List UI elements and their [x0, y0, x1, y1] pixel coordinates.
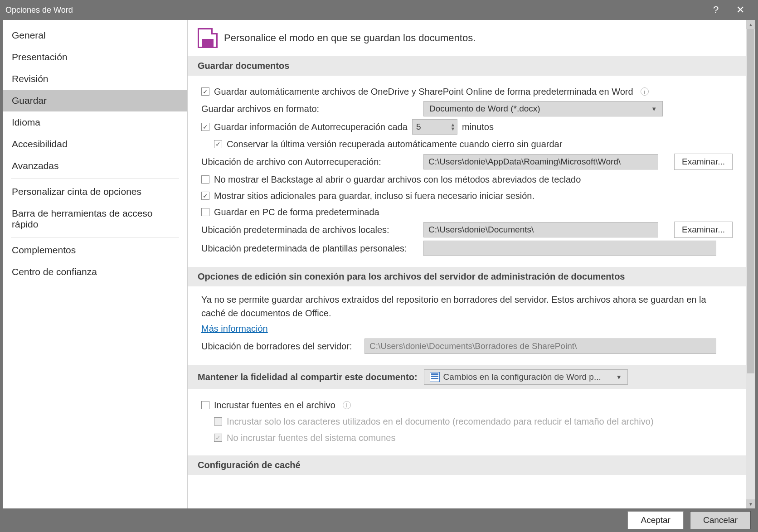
sidebar-item-accesibilidad[interactable]: Accesibilidad	[3, 133, 187, 155]
help-button[interactable]: ?	[704, 4, 728, 16]
sidebar-item-idioma[interactable]: Idioma	[3, 111, 187, 133]
sidebar-item-complementos[interactable]: Complementos	[3, 239, 187, 261]
section-guardardocs-title: Guardar documentos	[188, 56, 746, 76]
label-backstage: No mostrar el Backstage al abrir o guard…	[214, 173, 581, 186]
scroll-up-button[interactable]: ▲	[746, 20, 755, 29]
scroll-down-button[interactable]: ▼	[746, 499, 755, 508]
scrollbar[interactable]: ▲ ▼	[746, 20, 755, 508]
checkbox-keeplast[interactable]: ✓	[214, 140, 222, 148]
info-icon[interactable]: i	[641, 87, 649, 96]
section-offline-title: Opciones de edición sin conexión para lo…	[188, 267, 746, 286]
label-keeplast: Conservar la última versión recuperada a…	[227, 137, 562, 151]
fidelity-doc-value: Cambios en la configuración de Word p...	[443, 372, 601, 382]
format-select[interactable]: Documento de Word (*.docx) ▼	[423, 101, 663, 116]
drafts-field	[364, 339, 716, 354]
sidebar-item-cinta[interactable]: Personalizar cinta de opciones	[3, 181, 187, 203]
checkbox-addplaces[interactable]: ✓	[201, 192, 209, 200]
browse-autorecover-button[interactable]: Examinar...	[674, 154, 733, 170]
format-select-value: Documento de Word (*.docx)	[429, 104, 540, 114]
document-icon	[430, 372, 440, 382]
section-fidelity-label: Mantener la fidelidad al compartir este …	[198, 372, 418, 382]
label-autorecover: Guardar información de Autorrecuperación…	[214, 120, 408, 134]
sidebar-separator	[11, 237, 179, 237]
label-autorecover-loc: Ubicación de archivo con Autorrecuperaci…	[201, 155, 419, 169]
label-local-loc: Ubicación predeterminada de archivos loc…	[201, 223, 419, 237]
spinner-arrows[interactable]: ▲▼	[449, 122, 457, 132]
label-autosave-cloud: Guardar automáticamente archivos de OneD…	[214, 85, 633, 98]
sidebar-separator	[11, 179, 179, 179]
chevron-down-icon: ▼	[651, 106, 657, 112]
section-fidelity-title: Mantener la fidelidad al compartir este …	[188, 365, 746, 389]
label-minutes: minutos	[462, 120, 494, 134]
checkbox-autorecover[interactable]: ✓	[201, 123, 209, 131]
cancel-button[interactable]: Cancelar	[690, 511, 751, 529]
sidebar-item-confianza[interactable]: Centro de confianza	[3, 261, 187, 283]
autorecover-loc-field[interactable]	[423, 154, 658, 169]
label-addplaces: Mostrar sitios adicionales para guardar,…	[214, 189, 534, 203]
label-format: Guardar archivos en formato:	[201, 102, 419, 116]
label-embedfonts: Incrustar fuentes en el archivo	[214, 398, 335, 412]
sidebar: General Presentación Revisión Guardar Id…	[3, 20, 188, 508]
dialog-footer: Aceptar Cancelar	[0, 508, 758, 532]
local-loc-field[interactable]	[423, 222, 658, 237]
label-templates: Ubicación predeterminada de plantillas p…	[201, 242, 419, 255]
fidelity-doc-select[interactable]: Cambios en la configuración de Word p...…	[424, 369, 628, 385]
sidebar-item-general[interactable]: General	[3, 24, 187, 46]
ok-button[interactable]: Aceptar	[627, 511, 683, 529]
info-icon[interactable]: i	[343, 401, 351, 409]
checkbox-noembedsys: ✓	[214, 434, 222, 442]
templates-field[interactable]	[423, 241, 716, 256]
window-title: Opciones de Word	[5, 5, 704, 15]
panel-description: Personalice el modo en que se guardan lo…	[224, 32, 476, 44]
sidebar-item-revision[interactable]: Revisión	[3, 68, 187, 90]
sidebar-item-guardar[interactable]: Guardar	[3, 90, 187, 111]
checkbox-embedused	[214, 417, 222, 426]
section-cache-title: Configuración de caché	[188, 455, 746, 475]
sidebar-item-avanzadas[interactable]: Avanzadas	[3, 155, 187, 177]
sidebar-item-presentacion[interactable]: Presentación	[3, 46, 187, 68]
chevron-down-icon: ▼	[616, 374, 622, 381]
checkbox-savepc[interactable]	[201, 208, 209, 216]
label-savepc: Guardar en PC de forma predeterminada	[214, 205, 379, 219]
checkbox-embedfonts[interactable]	[201, 401, 209, 409]
content-panel: Personalice el modo en que se guardan lo…	[188, 20, 746, 508]
checkbox-autosave-cloud[interactable]: ✓	[201, 87, 209, 96]
close-button[interactable]: ✕	[728, 4, 753, 16]
sidebar-item-barra[interactable]: Barra de herramientas de acceso rápido	[3, 203, 187, 235]
titlebar: Opciones de Word ? ✕	[0, 0, 758, 20]
autorecover-minutes-input[interactable]	[413, 120, 449, 134]
label-drafts: Ubicación de borradores del servidor:	[201, 339, 360, 353]
offline-note: Ya no se permite guardar archivos extraí…	[201, 293, 733, 320]
autorecover-minutes-spinner[interactable]: ▲▼	[412, 119, 457, 135]
browse-local-button[interactable]: Examinar...	[674, 222, 733, 238]
checkbox-backstage[interactable]	[201, 175, 209, 184]
scroll-thumb[interactable]	[747, 29, 754, 373]
save-icon	[198, 28, 218, 48]
more-info-link[interactable]: Más información	[201, 324, 268, 334]
label-noembedsys: No incrustar fuentes del sistema comunes	[227, 431, 395, 445]
label-embedused: Incrustar solo los caracteres utilizados…	[227, 415, 654, 428]
